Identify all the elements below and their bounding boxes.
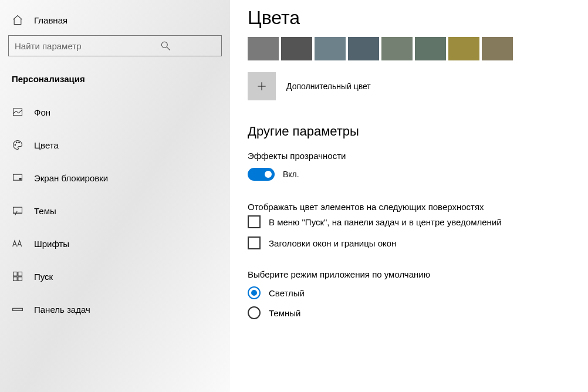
color-swatch[interactable] xyxy=(281,37,312,60)
svg-rect-12 xyxy=(18,277,22,281)
color-swatch[interactable] xyxy=(448,37,479,60)
start-icon xyxy=(12,271,23,282)
radio-row-dark[interactable]: Темный xyxy=(248,306,570,319)
checkbox-label: В меню "Пуск", на панели задач и в центр… xyxy=(269,217,502,227)
radio-label: Светлый xyxy=(269,288,305,298)
transparency-state: Вкл. xyxy=(283,170,299,179)
color-swatch[interactable] xyxy=(381,37,413,60)
accent-surfaces-label: Отображать цвет элементов на следующих п… xyxy=(248,202,570,212)
themes-icon xyxy=(12,205,23,217)
svg-rect-7 xyxy=(19,178,22,180)
svg-line-1 xyxy=(167,48,170,50)
svg-point-0 xyxy=(161,42,167,48)
radio[interactable] xyxy=(248,306,261,319)
color-swatch[interactable] xyxy=(248,37,279,60)
taskbar-icon xyxy=(12,303,23,315)
nav-item-lockscreen[interactable]: Экран блокировки xyxy=(0,161,230,194)
nav-item-themes[interactable]: Темы xyxy=(0,194,230,227)
nav-item-taskbar[interactable]: Панель задач xyxy=(0,293,230,326)
radio-row-light[interactable]: Светлый xyxy=(248,286,570,299)
svg-rect-10 xyxy=(18,272,22,276)
colors-icon xyxy=(12,139,23,151)
search-icon xyxy=(115,40,215,52)
svg-rect-11 xyxy=(13,277,18,281)
custom-color-row[interactable]: Дополнительный цвет xyxy=(248,72,570,100)
nav-item-fonts[interactable]: Шрифты xyxy=(0,227,230,260)
nav-item-label: Пуск xyxy=(34,272,53,282)
color-swatch[interactable] xyxy=(482,37,513,60)
transparency-label: Эффекты прозрачности xyxy=(248,151,570,161)
nav-item-label: Панель задач xyxy=(34,305,90,315)
checkbox[interactable] xyxy=(248,215,261,228)
checkbox-label: Заголовки окон и границы окон xyxy=(269,238,396,248)
checkbox-row-start-taskbar[interactable]: В меню "Пуск", на панели задач и в центр… xyxy=(248,215,570,228)
nav-item-label: Цвета xyxy=(34,140,59,150)
nav-list: Фон Цвета Экран блокировки Темы Шрифты xyxy=(0,96,230,326)
plus-icon[interactable] xyxy=(248,72,276,100)
section-other-options: Другие параметры xyxy=(248,124,570,139)
nav-item-label: Фон xyxy=(34,107,50,117)
checkbox-row-title-bars[interactable]: Заголовки окон и границы окон xyxy=(248,236,570,249)
svg-point-3 xyxy=(15,144,16,146)
checkbox[interactable] xyxy=(248,236,261,249)
transparency-toggle[interactable] xyxy=(248,168,275,181)
radio-label: Темный xyxy=(269,308,300,318)
color-swatch[interactable] xyxy=(315,37,346,60)
svg-point-5 xyxy=(19,142,20,143)
svg-point-4 xyxy=(16,142,18,143)
nav-item-label: Шрифты xyxy=(34,239,69,249)
page-title: Цвета xyxy=(248,7,570,29)
lockscreen-icon xyxy=(12,172,23,184)
home-link[interactable]: Главная xyxy=(0,8,230,32)
nav-item-background[interactable]: Фон xyxy=(0,96,230,129)
custom-color-label: Дополнительный цвет xyxy=(286,82,371,91)
fonts-icon xyxy=(12,238,23,249)
color-swatch[interactable] xyxy=(415,37,446,60)
svg-rect-8 xyxy=(13,207,22,213)
color-swatch-row xyxy=(248,37,570,60)
category-label: Персонализация xyxy=(0,56,230,96)
svg-rect-13 xyxy=(13,308,23,310)
radio[interactable] xyxy=(248,286,261,299)
sidebar: Главная Найти параметр Персонализация Фо… xyxy=(0,0,230,392)
nav-item-label: Экран блокировки xyxy=(34,173,108,183)
app-mode-label: Выберите режим приложения по умолчанию xyxy=(248,269,570,279)
svg-rect-9 xyxy=(13,272,18,276)
search-input[interactable]: Найти параметр xyxy=(8,35,222,56)
background-icon xyxy=(12,106,23,118)
color-swatch[interactable] xyxy=(348,37,379,60)
nav-item-colors[interactable]: Цвета xyxy=(0,129,230,161)
home-icon xyxy=(12,14,23,26)
home-label: Главная xyxy=(34,15,67,25)
search-placeholder: Найти параметр xyxy=(15,41,115,51)
main-content: Цвета Дополнительный цвет Другие парамет… xyxy=(230,0,588,392)
nav-item-start[interactable]: Пуск xyxy=(0,260,230,293)
nav-item-label: Темы xyxy=(34,206,56,216)
